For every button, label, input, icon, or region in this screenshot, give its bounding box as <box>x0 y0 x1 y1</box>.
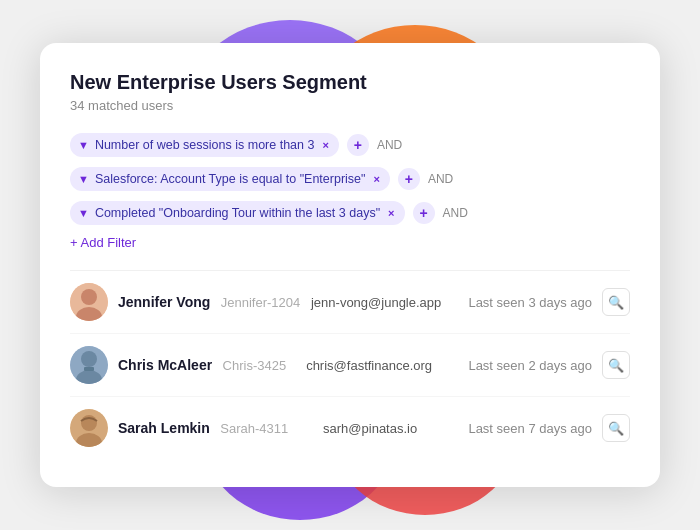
table-row: Sarah Lemkin Sarah-4311 sarh@pinatas.io … <box>70 397 630 459</box>
filter-text-3: Completed "Onboarding Tour within the la… <box>95 206 380 220</box>
user-last-seen-3: Last seen 7 days ago <box>452 421 592 436</box>
table-row: Chris McAleer Chris-3425 chris@fastfinan… <box>70 334 630 397</box>
svg-rect-6 <box>84 367 94 371</box>
user-name-3: Sarah Lemkin <box>118 420 210 436</box>
card-title: New Enterprise Users Segment <box>70 71 630 94</box>
user-info-1: Jennifer Vong Jennifer-1204 <box>118 293 300 311</box>
filter-chip-2[interactable]: ▼ Salesforce: Account Type is equal to "… <box>70 167 390 191</box>
filter-icon-3: ▼ <box>78 207 89 219</box>
user-email-2: chris@fastfinance.org <box>296 358 442 373</box>
add-filter-button[interactable]: + Add Filter <box>70 235 630 250</box>
table-row: Jennifer Vong Jennifer-1204 jenn-vong@ju… <box>70 271 630 334</box>
user-info-2: Chris McAleer Chris-3425 <box>118 356 286 374</box>
filter-and-2: AND <box>428 172 453 186</box>
filter-plus-1[interactable]: + <box>347 134 369 156</box>
search-button-3[interactable]: 🔍 <box>602 414 630 442</box>
filter-close-1[interactable]: × <box>322 139 328 151</box>
user-email-3: sarh@pinatas.io <box>298 421 442 436</box>
user-id-3: Sarah-4311 <box>220 421 288 436</box>
avatar-2 <box>70 346 108 384</box>
filter-plus-2[interactable]: + <box>398 168 420 190</box>
filter-icon-1: ▼ <box>78 139 89 151</box>
filter-row-2: ▼ Salesforce: Account Type is equal to "… <box>70 167 630 191</box>
search-icon-1: 🔍 <box>608 295 624 310</box>
svg-point-1 <box>81 289 97 305</box>
user-name-1: Jennifer Vong <box>118 294 210 310</box>
filter-chip-3[interactable]: ▼ Completed "Onboarding Tour within the … <box>70 201 405 225</box>
filter-text-2: Salesforce: Account Type is equal to "En… <box>95 172 366 186</box>
svg-point-4 <box>81 351 97 367</box>
filter-text-1: Number of web sessions is more than 3 <box>95 138 315 152</box>
filter-icon-2: ▼ <box>78 173 89 185</box>
user-name-2: Chris McAleer <box>118 357 212 373</box>
filter-close-3[interactable]: × <box>388 207 394 219</box>
filter-row-1: ▼ Number of web sessions is more than 3 … <box>70 133 630 157</box>
avatar-3 <box>70 409 108 447</box>
filter-plus-3[interactable]: + <box>413 202 435 224</box>
user-id-2: Chris-3425 <box>223 358 287 373</box>
filter-and-1: AND <box>377 138 402 152</box>
search-button-1[interactable]: 🔍 <box>602 288 630 316</box>
avatar-1 <box>70 283 108 321</box>
filter-chip-1[interactable]: ▼ Number of web sessions is more than 3 … <box>70 133 339 157</box>
user-info-3: Sarah Lemkin Sarah-4311 <box>118 419 288 437</box>
filter-and-3: AND <box>443 206 468 220</box>
card-subtitle: 34 matched users <box>70 98 630 113</box>
search-button-2[interactable]: 🔍 <box>602 351 630 379</box>
filter-close-2[interactable]: × <box>374 173 380 185</box>
user-last-seen-2: Last seen 2 days ago <box>452 358 592 373</box>
main-card: New Enterprise Users Segment 34 matched … <box>40 43 660 487</box>
filter-row-3: ▼ Completed "Onboarding Tour within the … <box>70 201 630 225</box>
search-icon-2: 🔍 <box>608 358 624 373</box>
user-last-seen-1: Last seen 3 days ago <box>452 295 592 310</box>
user-email-1: jenn-vong@jungle.app <box>310 295 442 310</box>
search-icon-3: 🔍 <box>608 421 624 436</box>
user-id-1: Jennifer-1204 <box>221 295 301 310</box>
